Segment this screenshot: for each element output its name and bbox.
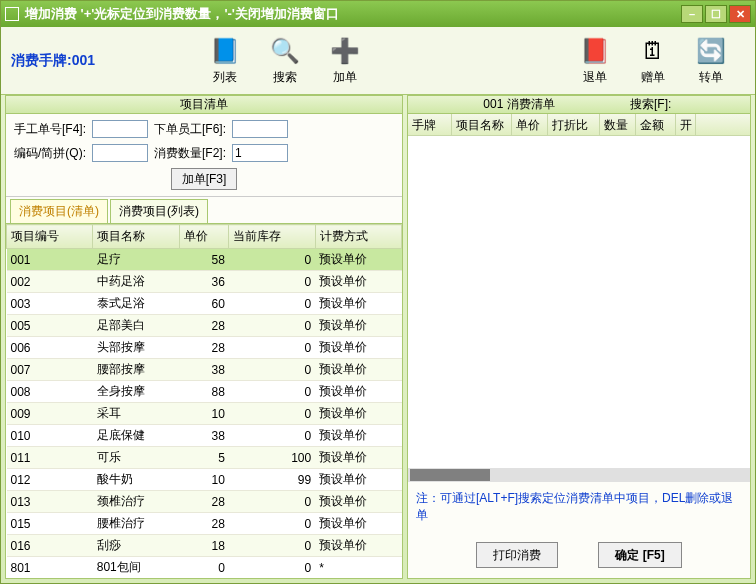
right-column-header[interactable]: 金额	[636, 114, 676, 135]
toolbar-right-btn-label: 转单	[699, 69, 723, 86]
toolbar-left-btn-label: 搜索	[273, 69, 297, 86]
table-row[interactable]: 013颈椎治疗280预设单价	[7, 491, 402, 513]
table-row[interactable]: 003泰式足浴600预设单价	[7, 293, 402, 315]
horizontal-scrollbar[interactable]	[408, 468, 750, 482]
table-row[interactable]: 010足底保健380预设单价	[7, 425, 402, 447]
tag-label: 消费手牌:001	[1, 52, 201, 70]
toolbar-left-btn-label: 加单	[333, 69, 357, 86]
right-column-header[interactable]: 开	[676, 114, 696, 135]
right-panel-header: 001 消费清单 搜索[F]:	[408, 96, 750, 114]
system-icon	[5, 7, 19, 21]
table-row[interactable]: 002中药足浴360预设单价	[7, 271, 402, 293]
column-header[interactable]: 当前库存	[229, 225, 315, 249]
minimize-button[interactable]: –	[681, 5, 703, 23]
maximize-button[interactable]: ☐	[705, 5, 727, 23]
table-row[interactable]: 012酸牛奶1099预设单价	[7, 469, 402, 491]
consume-list-title: 001 消费清单	[408, 96, 630, 113]
left-panel: 项目清单 手工单号[F4]: 下单员工[F6]: 编码/简拼(Q): 消费数量[…	[5, 95, 403, 579]
window-title: 增加消费 '+'光标定位到消费数量，'-'关闭增加消费窗口	[25, 5, 681, 23]
print-button[interactable]: 打印消费	[476, 542, 558, 568]
employee-label: 下单员工[F6]:	[154, 121, 226, 138]
code-label: 编码/简拼(Q):	[14, 145, 86, 162]
tabs: 消费项目(清单)消费项目(列表)	[6, 197, 402, 223]
table-row[interactable]: 801801包间00*	[7, 557, 402, 579]
toolbar-right-btn-icon: 🔄	[695, 35, 727, 67]
tab[interactable]: 消费项目(列表)	[110, 199, 208, 223]
table-row[interactable]: 007腰部按摩380预设单价	[7, 359, 402, 381]
toolbar-left-btn-icon: 📘	[209, 35, 241, 67]
column-header[interactable]: 计费方式	[315, 225, 401, 249]
toolbar-right-btn-2[interactable]: 🔄转单	[687, 35, 735, 86]
toolbar-left-btn-icon: 🔍	[269, 35, 301, 67]
right-column-header[interactable]: 单价	[512, 114, 548, 135]
toolbar-left-btn-2[interactable]: ➕加单	[321, 35, 369, 86]
table-row[interactable]: 005足部美白280预设单价	[7, 315, 402, 337]
qty-input[interactable]	[232, 144, 288, 162]
toolbar-right-btn-label: 赠单	[641, 69, 665, 86]
toolbar-right-btn-icon: 🗓	[637, 35, 669, 67]
right-column-header[interactable]: 打折比例	[548, 114, 600, 135]
add-order-button[interactable]: 加单[F3]	[171, 168, 238, 190]
table-row[interactable]: 008全身按摩880预设单价	[7, 381, 402, 403]
qty-label: 消费数量[F2]:	[154, 145, 226, 162]
right-column-header[interactable]: 项目名称	[452, 114, 512, 135]
right-columns: 手牌号项目名称单价打折比例数量金额开	[408, 114, 750, 136]
items-grid[interactable]: 项目编号项目名称单价当前库存计费方式 001足疗580预设单价002中药足浴36…	[6, 223, 402, 578]
app-window: 增加消费 '+'光标定位到消费数量，'-'关闭增加消费窗口 – ☐ ✕ 消费手牌…	[0, 0, 756, 584]
left-panel-header: 项目清单	[6, 96, 402, 114]
employee-input[interactable]	[232, 120, 288, 138]
right-panel: 001 消费清单 搜索[F]: 手牌号项目名称单价打折比例数量金额开 注：可通过…	[407, 95, 751, 579]
search-label: 搜索[F]:	[630, 96, 750, 113]
right-column-header[interactable]: 数量	[600, 114, 636, 135]
table-row[interactable]: 011可乐5100预设单价	[7, 447, 402, 469]
column-header[interactable]: 项目编号	[7, 225, 93, 249]
toolbar-left-btn-icon: ➕	[329, 35, 361, 67]
toolbar-left-btn-0[interactable]: 📘列表	[201, 35, 249, 86]
toolbar-left-btn-label: 列表	[213, 69, 237, 86]
toolbar-right-btn-icon: 📕	[579, 35, 611, 67]
table-row[interactable]: 015腰椎治疗280预设单价	[7, 513, 402, 535]
titlebar: 增加消费 '+'光标定位到消费数量，'-'关闭增加消费窗口 – ☐ ✕	[1, 1, 755, 27]
right-column-header[interactable]: 手牌号	[408, 114, 452, 135]
hint-note: 注：可通过[ALT+F]搜索定位消费清单中项目，DEL删除或退单	[408, 482, 750, 532]
close-button[interactable]: ✕	[729, 5, 751, 23]
code-input[interactable]	[92, 144, 148, 162]
toolbar: 消费手牌:001 📘列表🔍搜索➕加单 📕退单🗓赠单🔄转单	[1, 27, 755, 95]
table-row[interactable]: 016刮痧180预设单价	[7, 535, 402, 557]
column-header[interactable]: 单价	[179, 225, 229, 249]
manual-order-label: 手工单号[F4]:	[14, 121, 86, 138]
confirm-button[interactable]: 确定 [F5]	[598, 542, 681, 568]
toolbar-right-btn-1[interactable]: 🗓赠单	[629, 35, 677, 86]
tab[interactable]: 消费项目(清单)	[10, 199, 108, 223]
manual-order-input[interactable]	[92, 120, 148, 138]
form-area: 手工单号[F4]: 下单员工[F6]: 编码/简拼(Q): 消费数量[F2]: …	[6, 114, 402, 197]
consume-list-body	[408, 136, 750, 468]
toolbar-right-btn-0[interactable]: 📕退单	[571, 35, 619, 86]
content-area: 项目清单 手工单号[F4]: 下单员工[F6]: 编码/简拼(Q): 消费数量[…	[1, 95, 755, 583]
table-row[interactable]: 001足疗580预设单价	[7, 249, 402, 271]
table-row[interactable]: 006头部按摩280预设单价	[7, 337, 402, 359]
toolbar-right-btn-label: 退单	[583, 69, 607, 86]
table-row[interactable]: 009采耳100预设单价	[7, 403, 402, 425]
column-header[interactable]: 项目名称	[93, 225, 179, 249]
toolbar-left-btn-1[interactable]: 🔍搜索	[261, 35, 309, 86]
